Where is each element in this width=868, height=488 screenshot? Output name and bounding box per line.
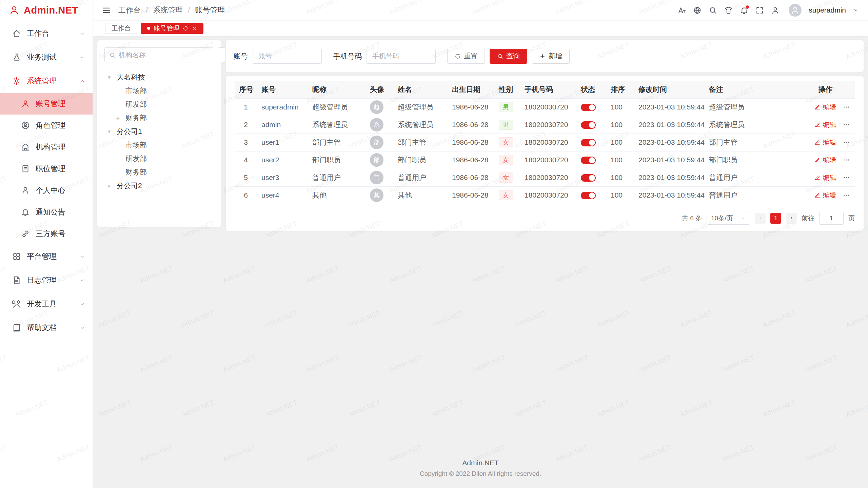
edit-button[interactable]: 编辑 [814,156,836,165]
cell-sort: 100 [606,116,634,134]
cell-avatar: 部 [366,151,393,169]
phone-filter-input[interactable] [367,49,436,64]
caret-right-icon[interactable]: ▸ [108,182,117,189]
cell-index: 3 [235,134,257,151]
cell-phone: 18020030720 [520,134,576,151]
page-size-select[interactable]: 10条/页 [707,212,750,225]
tree-node[interactable]: 市场部 [104,138,214,152]
tab-item[interactable]: 账号管理 [141,23,203,34]
status-toggle[interactable] [581,192,596,199]
current-page[interactable]: 1 [770,213,781,224]
cell-index: 2 [235,116,257,134]
breadcrumb-item[interactable]: 系统管理 [153,5,183,15]
add-button[interactable]: 新增 [532,49,570,64]
app-logo[interactable]: Admin.NET [0,0,93,20]
sidebar-item[interactable]: 日志管理 [0,268,93,292]
sidebar-item[interactable]: 机构管理 [0,136,93,158]
tree-node[interactable]: ▾分公司1 [104,125,214,138]
username[interactable]: superadmin [809,6,846,14]
sidebar-item[interactable]: 系统管理 [0,69,93,93]
tree-node[interactable]: 研发部 [104,98,214,111]
cell-index: 1 [235,98,257,116]
prev-page-button[interactable] [755,213,766,224]
cell-index: 6 [235,186,257,204]
status-toggle[interactable] [581,174,596,182]
cell-remark: 部门职员 [705,151,807,169]
sidebar-item[interactable]: 账号管理 [0,93,93,115]
theme-icon[interactable] [724,6,733,15]
cell-remark: 系统管理员 [705,116,807,134]
cell-nickname: 超级管理员 [308,98,366,116]
search-button[interactable]: 查询 [490,49,527,64]
tree-node[interactable]: ▾大名科技 [104,70,214,84]
more-actions-button[interactable] [843,174,850,181]
breadcrumb-item[interactable]: 工作台 [118,5,141,15]
edit-button[interactable]: 编辑 [814,138,836,147]
caret-down-icon[interactable]: ▾ [108,74,117,81]
tab-item[interactable]: 工作台 [105,23,137,34]
cell-gender: 女 [494,134,520,151]
table-row: 1superadmin超级管理员超超级管理员1986-06-28男1802003… [235,98,855,116]
edit-button[interactable]: 编辑 [814,103,836,112]
reset-button[interactable]: 重置 [447,49,485,64]
sidebar-item[interactable]: 个人中心 [0,180,93,201]
sidebar-item[interactable]: 通知公告 [0,201,93,223]
goto-page-input[interactable] [819,212,844,225]
tree-node[interactable]: ▸财务部 [104,111,214,125]
status-toggle[interactable] [581,139,596,146]
tree-node[interactable]: 财务部 [104,165,214,179]
sidebar-item[interactable]: 三方账号 [0,223,93,245]
sidebar-item[interactable]: 帮助文档 [0,316,93,340]
caret-down-icon[interactable]: ▾ [108,128,117,135]
sidebar-item[interactable]: 工作台 [0,22,93,45]
sidebar-item[interactable]: 开发工具 [0,292,93,316]
gender-badge: 女 [499,155,513,165]
tree-more-button[interactable] [218,47,225,62]
sidebar-item[interactable]: 角色管理 [0,115,93,136]
caret-right-icon[interactable]: ▸ [117,115,125,122]
status-toggle[interactable] [581,104,596,111]
search-icon[interactable] [709,6,717,15]
cell-birthdate: 1986-06-28 [448,134,494,151]
next-page-button[interactable] [786,213,797,224]
sidebar-item[interactable]: 职位管理 [0,158,93,180]
status-toggle[interactable] [581,157,596,164]
close-icon[interactable] [192,26,197,31]
edit-button[interactable]: 编辑 [814,191,836,200]
tree-node[interactable]: 市场部 [104,84,214,98]
edit-button[interactable]: 编辑 [814,120,836,129]
user-avatar[interactable] [789,4,802,17]
more-actions-button[interactable] [843,156,850,164]
menu-label: 开发工具 [27,299,79,309]
edit-button[interactable]: 编辑 [814,173,836,182]
more-actions-button[interactable] [843,103,850,111]
column-header: 状态 [576,81,606,98]
cell-name: 系统管理员 [393,116,448,134]
menu-label: 业务测试 [27,52,79,62]
sidebar-item[interactable]: 业务测试 [0,45,93,69]
org-search-input[interactable] [119,51,209,59]
more-actions-button[interactable] [843,139,850,146]
language-icon[interactable] [693,6,702,15]
chevron-down-icon[interactable] [853,7,859,13]
top-header: 工作台/系统管理/账号管理 superadmin [93,0,868,20]
breadcrumb-item[interactable]: 账号管理 [195,5,225,15]
column-header: 修改时间 [634,81,705,98]
account-filter-input[interactable] [253,49,322,64]
sidebar-item[interactable]: 平台管理 [0,245,93,268]
more-actions-button[interactable] [843,191,850,199]
status-toggle[interactable] [581,121,596,129]
tree-node[interactable]: ▸分公司2 [104,179,214,192]
refresh-icon[interactable] [183,26,188,31]
fullscreen-icon[interactable] [755,6,764,15]
column-header: 姓名 [393,81,448,98]
font-size-icon[interactable] [677,6,686,15]
tree-node-label: 大名科技 [117,73,145,82]
more-actions-button[interactable] [843,121,850,128]
user-icon[interactable] [771,6,780,15]
collapse-menu-icon[interactable] [102,6,111,15]
notification-icon[interactable] [740,6,748,15]
breadcrumb-separator: / [188,6,190,15]
cell-modified: 2023-01-03 10:59:44 [634,98,705,116]
tree-node[interactable]: 研发部 [104,152,214,165]
